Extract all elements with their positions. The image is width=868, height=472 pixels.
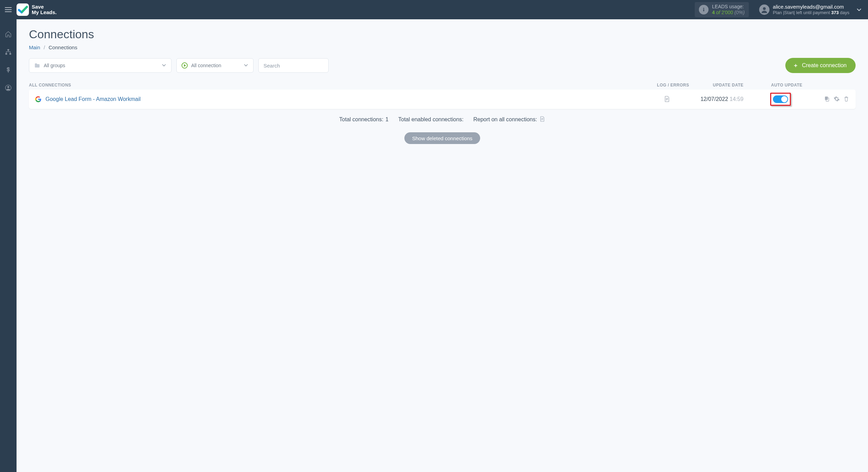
copy-connection-button[interactable] xyxy=(824,96,830,103)
search-input[interactable] xyxy=(264,63,323,69)
svg-rect-5 xyxy=(9,53,11,54)
leads-usage-label: LEADS usage: xyxy=(712,4,745,10)
hamburger-menu-button[interactable] xyxy=(0,0,17,19)
user-email-text: alice.savemyleads@gmail.com xyxy=(773,4,849,10)
user-menu-toggle[interactable] xyxy=(852,3,866,17)
connections-table-header: ALL CONNECTIONS LOG / ERRORS UPDATE DATE… xyxy=(29,81,856,90)
breadcrumb-current: Connections xyxy=(49,44,77,50)
show-deleted-label: Show deleted connections xyxy=(412,135,472,141)
plus-icon: ＋ xyxy=(793,63,798,68)
settings-connection-button[interactable] xyxy=(834,96,840,103)
document-icon xyxy=(539,116,545,122)
groups-select-label: All groups xyxy=(44,63,65,68)
connection-name-link[interactable]: Google Lead Form - Amazon Workmail xyxy=(45,96,141,102)
leads-used-value: 4 xyxy=(712,10,715,15)
filter-toolbar: All groups All connection ＋ xyxy=(29,58,856,73)
col-update-date: UPDATE DATE xyxy=(694,83,763,88)
col-all-connections: ALL CONNECTIONS xyxy=(29,83,652,88)
total-enabled-label: Total enabled connections: xyxy=(398,116,463,123)
svg-rect-4 xyxy=(6,53,7,54)
leads-total-value: 2'000 xyxy=(722,10,733,15)
report-download-button[interactable] xyxy=(539,116,545,123)
hamburger-icon xyxy=(5,7,12,12)
dollar-icon xyxy=(5,66,12,73)
show-deleted-button[interactable]: Show deleted connections xyxy=(404,132,480,144)
sidebar-item-connections[interactable] xyxy=(0,45,17,59)
create-connection-label: Create connection xyxy=(802,62,847,69)
table-row: Google Lead Form - Amazon Workmail 12/07… xyxy=(29,90,856,109)
plan-name: Start xyxy=(784,10,794,15)
trash-icon xyxy=(843,96,849,102)
auto-update-highlight xyxy=(770,93,791,106)
folder-icon xyxy=(34,62,40,69)
sidebar-item-billing[interactable] xyxy=(0,63,17,77)
sitemap-icon xyxy=(5,49,12,55)
gear-icon xyxy=(834,96,840,102)
plan-mid: | left until payment xyxy=(794,10,830,15)
avatar-icon xyxy=(759,4,769,15)
leads-of-word: of xyxy=(716,10,720,15)
log-button[interactable] xyxy=(663,95,670,102)
brand-logo[interactable]: Save My Leads. xyxy=(17,3,57,16)
sidebar-item-account[interactable] xyxy=(0,81,17,95)
plan-days-suffix: days xyxy=(840,10,849,15)
svg-point-7 xyxy=(7,86,9,88)
user-block[interactable]: alice.savemyleads@gmail.com Plan |Start|… xyxy=(759,4,849,16)
brand-text-line1: Save xyxy=(32,4,57,10)
plan-prefix: Plan | xyxy=(773,10,784,15)
report-label: Report on all connections: xyxy=(473,116,537,123)
svg-point-2 xyxy=(763,7,766,10)
breadcrumb-separator: / xyxy=(44,44,45,50)
search-field-wrapper xyxy=(258,58,329,73)
delete-connection-button[interactable] xyxy=(843,96,849,103)
svg-point-0 xyxy=(703,8,704,9)
play-ring-icon xyxy=(182,62,188,69)
create-connection-button[interactable]: ＋ Create connection xyxy=(785,58,856,73)
total-connections-label: Total connections: xyxy=(339,116,383,123)
update-date-value: 12/07/2022 xyxy=(701,96,728,102)
leads-usage-box[interactable]: LEADS usage: 4 of 2'000 (0%) xyxy=(695,2,749,17)
copy-icon xyxy=(824,96,830,102)
plan-days-number: 373 xyxy=(831,10,839,15)
document-icon xyxy=(663,95,670,102)
chevron-down-icon xyxy=(856,7,862,12)
home-icon xyxy=(5,31,12,38)
total-connections-value: 1 xyxy=(385,116,389,123)
connection-status-select[interactable]: All connection xyxy=(176,58,254,73)
sidebar-item-home[interactable] xyxy=(0,27,17,41)
sidebar xyxy=(0,19,17,472)
connection-status-label: All connection xyxy=(191,63,221,68)
chevron-down-icon xyxy=(162,63,166,69)
main-content: Connections Main / Connections All group… xyxy=(17,19,868,472)
info-icon xyxy=(699,5,709,14)
auto-update-toggle[interactable] xyxy=(773,95,788,103)
svg-rect-9 xyxy=(825,96,828,100)
groups-select[interactable]: All groups xyxy=(29,58,172,73)
google-icon xyxy=(35,96,41,102)
col-log-errors: LOG / ERRORS xyxy=(652,83,694,88)
summary-row: Total connections: 1 Total enabled conne… xyxy=(29,116,856,123)
svg-rect-1 xyxy=(703,9,704,11)
breadcrumb: Main / Connections xyxy=(29,44,856,50)
leads-percent-value: (0%) xyxy=(734,10,745,15)
svg-rect-3 xyxy=(8,49,9,51)
brand-text-line2: My Leads. xyxy=(32,10,57,16)
chevron-down-icon xyxy=(244,63,248,69)
topbar: Save My Leads. LEADS usage: 4 of 2'000 (… xyxy=(0,0,868,19)
col-auto-update: AUTO UPDATE xyxy=(763,83,811,88)
update-time-value: 14:59 xyxy=(730,96,743,102)
user-circle-icon xyxy=(5,84,12,91)
logo-mark-icon xyxy=(17,3,29,16)
breadcrumb-main-link[interactable]: Main xyxy=(29,44,40,50)
page-title: Connections xyxy=(29,28,856,41)
